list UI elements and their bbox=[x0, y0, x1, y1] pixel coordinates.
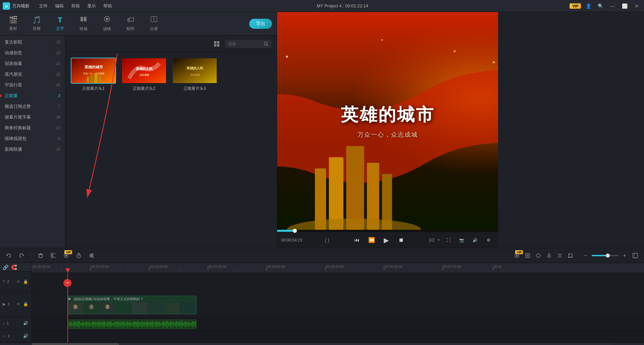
progress-thumb[interactable] bbox=[293, 229, 297, 233]
scrollbar-thumb[interactable] bbox=[32, 343, 119, 345]
expand-btn[interactable] bbox=[631, 251, 640, 260]
category-item-active[interactable]: 正能量 3 bbox=[0, 90, 65, 101]
svg-rect-203 bbox=[167, 321, 168, 328]
grid-view-btn[interactable] bbox=[212, 39, 222, 49]
frame-back-btn[interactable]: ⏪ bbox=[366, 235, 377, 246]
progress-fill bbox=[277, 230, 295, 232]
category-item[interactable]: 冠状病毒 10 bbox=[0, 58, 65, 69]
ruler-svg: 00:00:00:00 00:01:00:00 00:02:00:00 00:0… bbox=[32, 263, 501, 271]
rt-crop-btn[interactable] bbox=[566, 251, 575, 260]
svg-rect-124 bbox=[88, 323, 88, 326]
settings-btn[interactable]: ⚙ bbox=[483, 235, 494, 246]
menu-clip[interactable]: 剪辑 bbox=[68, 2, 83, 10]
svg-rect-146 bbox=[110, 321, 110, 328]
category-item[interactable]: 动感创意 10 bbox=[0, 48, 65, 58]
category-item[interactable]: 商务经典标题 13 bbox=[0, 123, 65, 133]
svg-rect-114 bbox=[77, 322, 78, 328]
bracket-in-btn[interactable]: { bbox=[325, 237, 326, 243]
template-thumb-3[interactable]: 英雄的人民 众志成城 bbox=[172, 58, 217, 84]
svg-rect-218 bbox=[182, 322, 183, 327]
vip-transition-btn[interactable]: VIP bbox=[61, 251, 71, 260]
bracket-out-btn[interactable]: } bbox=[328, 237, 329, 243]
svg-rect-145 bbox=[109, 323, 109, 327]
tab-transition[interactable]: 转场 bbox=[72, 13, 95, 34]
svg-point-57 bbox=[90, 255, 91, 256]
template-thumb-1[interactable]: 英雄的城市 万众一心，众志成城 bbox=[71, 58, 116, 84]
preview-panel: 英雄的城市 万众一心，众志成城 00:00:04:23 { } ⏮ ⏪ ▶ ⏹ … bbox=[277, 12, 498, 248]
track-eye-btn-2[interactable]: 👁 bbox=[16, 279, 21, 285]
maximize-btn[interactable]: ⬜ bbox=[620, 1, 629, 11]
cut-btn[interactable] bbox=[49, 251, 58, 260]
undo-btn[interactable] bbox=[4, 251, 13, 260]
svg-rect-138 bbox=[102, 322, 102, 328]
zoom-out-btn[interactable]: − bbox=[581, 251, 590, 260]
menu-edit[interactable]: 编辑 bbox=[52, 2, 67, 10]
user-icon-btn[interactable]: 👤 bbox=[584, 1, 593, 11]
svg-rect-112 bbox=[75, 322, 76, 327]
svg-point-40 bbox=[453, 50, 456, 52]
close-btn[interactable]: ✕ bbox=[632, 1, 641, 11]
track-lock-btn-1[interactable]: 🔒 bbox=[22, 301, 29, 307]
zoom-in-btn[interactable]: + bbox=[620, 251, 629, 260]
tab-split[interactable]: 分屏 bbox=[142, 13, 166, 34]
snap-icon[interactable]: 🧲 bbox=[11, 265, 17, 270]
export-button[interactable]: 导出 bbox=[249, 19, 272, 29]
screenshot-btn[interactable]: 📷 bbox=[457, 235, 467, 246]
timer-btn[interactable] bbox=[74, 251, 84, 260]
progress-bar[interactable] bbox=[277, 230, 498, 232]
category-item[interactable]: 谢幕片尾字幕 34 bbox=[0, 112, 65, 123]
svg-text:00:01:00:00: 00:01:00:00 bbox=[91, 265, 109, 269]
track-eye-btn-1[interactable]: 👁 bbox=[16, 301, 21, 307]
play-btn[interactable]: ▶ bbox=[381, 235, 392, 246]
rt-mask-btn[interactable] bbox=[534, 251, 543, 260]
track-volume-btn[interactable]: 🔊 bbox=[22, 320, 29, 326]
svg-rect-149 bbox=[113, 324, 113, 326]
template-item-3[interactable]: 英雄的人民 众志成城 正能量片头3 bbox=[172, 58, 217, 243]
tab-sticker[interactable]: 🏷 贴纸 bbox=[119, 13, 142, 34]
svg-rect-163 bbox=[127, 321, 127, 328]
category-item[interactable]: 新闻联播 16 bbox=[0, 144, 65, 155]
template-item-2[interactable]: 英雄的人民 众志成城 正能量片头2 bbox=[121, 58, 167, 243]
category-item[interactable]: 宇宙行星 46 bbox=[0, 80, 65, 90]
rt-frame-btn[interactable] bbox=[523, 251, 532, 260]
template-thumb-2[interactable]: 英雄的人民 众志成城 bbox=[121, 58, 167, 84]
preview-video-inner: 英雄的城市 万众一心，众志成城 bbox=[277, 12, 498, 230]
fullscreen-btn[interactable]: ⛶ bbox=[443, 235, 454, 246]
category-item[interactable]: 频道订阅点赞 7 bbox=[0, 101, 65, 112]
tab-media[interactable]: 🎬 素材 bbox=[1, 13, 25, 34]
step-back-btn[interactable]: ⏮ bbox=[352, 235, 362, 246]
search-btn[interactable]: 🔍 bbox=[596, 1, 605, 11]
ratio-dropdown-icon[interactable]: ▼ bbox=[437, 238, 440, 242]
category-item[interactable]: 蒸汽朋克 10 bbox=[0, 69, 65, 80]
menu-display[interactable]: 显示 bbox=[84, 2, 99, 10]
timeline-scrollbar[interactable] bbox=[0, 342, 644, 345]
track-lock-btn-2[interactable]: 🔒 bbox=[22, 279, 29, 285]
tab-text[interactable]: T 文字 bbox=[48, 13, 72, 34]
zoom-slider[interactable] bbox=[592, 255, 619, 256]
svg-rect-212 bbox=[176, 321, 177, 328]
menu-help[interactable]: 帮助 bbox=[100, 2, 115, 10]
adjust-btn[interactable] bbox=[87, 251, 96, 260]
category-item[interactable]: 复古影院 13 bbox=[0, 37, 65, 48]
tab-audio[interactable]: 🎵 音频 bbox=[25, 13, 48, 34]
tab-filter[interactable]: 滤镜 bbox=[95, 13, 119, 34]
minimize-btn[interactable]: — bbox=[608, 1, 617, 11]
video-clip[interactable]: ▶ [超励志视频] 你说你很累，可谁又过的刚刚好？ bbox=[67, 296, 197, 314]
search-input[interactable] bbox=[228, 42, 262, 46]
svg-rect-171 bbox=[135, 322, 136, 327]
delete-btn[interactable] bbox=[36, 251, 45, 260]
rt-vip-btn[interactable]: VIP bbox=[512, 251, 522, 260]
category-item[interactable]: 喵咪线团包 8 bbox=[0, 133, 65, 144]
stop-btn[interactable]: ⏹ bbox=[396, 235, 407, 246]
menu-file[interactable]: 文件 bbox=[36, 2, 51, 10]
rt-align-btn[interactable] bbox=[555, 251, 565, 260]
track-music-volume-btn[interactable]: 🔊 bbox=[22, 333, 29, 339]
rt-mic-btn[interactable] bbox=[544, 251, 554, 260]
vip-badge[interactable]: VIP bbox=[570, 3, 581, 9]
audio-waveform-clip[interactable] bbox=[67, 320, 197, 329]
link-icon[interactable]: 🔗 bbox=[3, 265, 8, 270]
template-item-1[interactable]: 英雄的城市 万众一心，众志成城 正能量片头1 bbox=[71, 58, 116, 243]
redo-btn[interactable] bbox=[17, 251, 26, 260]
playback-controls: 00:00:04:23 { } ⏮ ⏪ ▶ ⏹ 1/2 ▼ ⛶ 📷 🔊 ⚙ bbox=[277, 232, 498, 248]
volume-btn[interactable]: 🔊 bbox=[470, 235, 481, 246]
